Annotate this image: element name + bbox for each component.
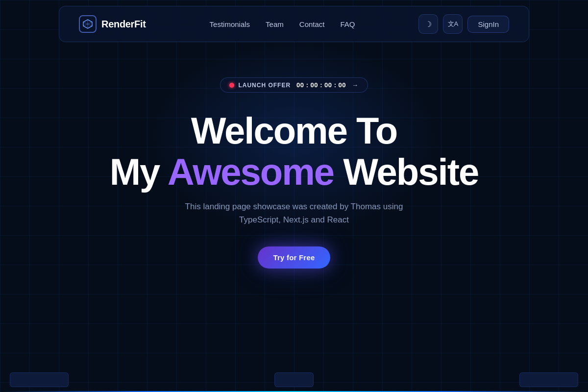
cta-button[interactable]: Try for Free xyxy=(258,246,331,269)
bottom-center-btn xyxy=(274,372,314,387)
dark-mode-button[interactable]: ☽ xyxy=(418,14,438,34)
nav-link-contact[interactable]: Contact xyxy=(299,20,325,28)
translate-button[interactable]: 文A xyxy=(443,14,463,34)
bottom-tab-right xyxy=(519,372,578,387)
launch-dot xyxy=(229,83,234,88)
bottom-tab-left xyxy=(10,372,69,387)
launch-label: LAUNCH OFFER xyxy=(238,82,291,89)
nav-links: Testimonials Team Contact FAQ xyxy=(210,20,355,28)
logo-icon xyxy=(79,15,97,33)
launch-timer: 00 : 00 : 00 : 00 xyxy=(296,81,346,89)
navbar: RenderFit Testimonials Team Contact FAQ … xyxy=(59,6,529,42)
hero-section: LAUNCH OFFER 00 : 00 : 00 : 00 → Welcome… xyxy=(0,48,588,269)
launch-arrow-icon: → xyxy=(352,81,359,89)
launch-badge: LAUNCH OFFER 00 : 00 : 00 : 00 → xyxy=(220,77,368,93)
logo-area: RenderFit xyxy=(79,15,146,33)
moon-icon: ☽ xyxy=(425,20,432,29)
hero-title-line1: Welcome To xyxy=(191,110,397,151)
hero-title: Welcome To My Awesome Website xyxy=(110,110,478,192)
bottom-bar xyxy=(0,372,588,387)
translate-icon: 文A xyxy=(448,20,459,28)
hero-title-awesome: Awesome xyxy=(168,151,334,193)
signin-button[interactable]: SignIn xyxy=(467,16,509,33)
nav-actions: ☽ 文A SignIn xyxy=(418,14,509,34)
hero-title-line2: My Awesome Website xyxy=(110,151,478,193)
hero-subtitle: This landing page showcase was created b… xyxy=(172,200,416,226)
nav-link-team[interactable]: Team xyxy=(266,20,284,28)
hero-title-website: Website xyxy=(334,151,478,193)
logo-text: RenderFit xyxy=(101,19,146,30)
nav-link-testimonials[interactable]: Testimonials xyxy=(210,20,250,28)
nav-link-faq[interactable]: FAQ xyxy=(341,20,355,28)
hero-title-my: My xyxy=(110,151,168,193)
